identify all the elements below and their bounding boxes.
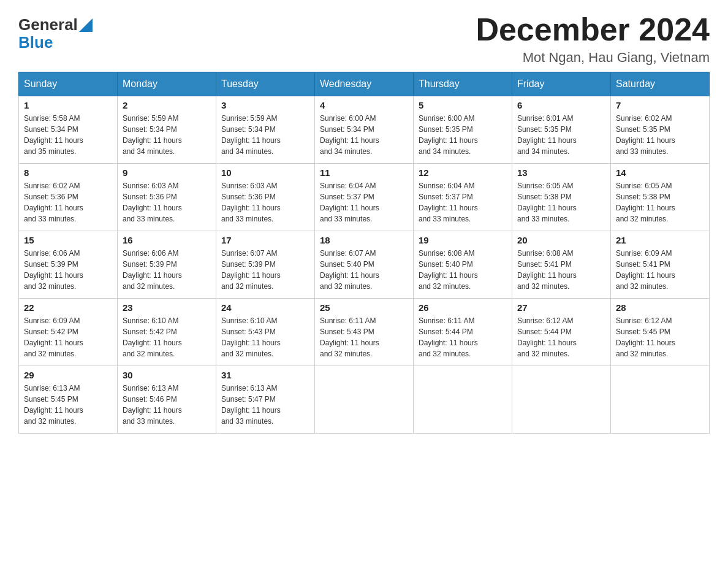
day-info: Sunrise: 6:04 AMSunset: 5:37 PMDaylight:… (320, 180, 408, 224)
calendar-cell: 21Sunrise: 6:09 AMSunset: 5:41 PMDayligh… (611, 231, 710, 299)
calendar-cell: 17Sunrise: 6:07 AMSunset: 5:39 PMDayligh… (216, 231, 315, 299)
day-info: Sunrise: 6:11 AMSunset: 5:43 PMDaylight:… (320, 315, 408, 359)
page-header: General Blue December 2024 Mot Ngan, Hau… (18, 12, 710, 66)
day-number: 8 (24, 167, 112, 178)
day-info: Sunrise: 5:58 AMSunset: 5:34 PMDaylight:… (24, 113, 112, 157)
calendar-week-row: 1Sunrise: 5:58 AMSunset: 5:34 PMDaylight… (19, 96, 710, 164)
day-info: Sunrise: 6:02 AMSunset: 5:35 PMDaylight:… (616, 113, 704, 157)
day-info: Sunrise: 6:09 AMSunset: 5:42 PMDaylight:… (24, 315, 112, 359)
calendar-cell: 19Sunrise: 6:08 AMSunset: 5:40 PMDayligh… (414, 231, 512, 299)
day-info: Sunrise: 6:12 AMSunset: 5:44 PMDaylight:… (517, 315, 605, 359)
calendar-cell: 4Sunrise: 6:00 AMSunset: 5:34 PMDaylight… (315, 96, 414, 164)
logo-general-text: General (18, 15, 78, 34)
col-header-saturday: Saturday (611, 72, 710, 96)
calendar-cell: 15Sunrise: 6:06 AMSunset: 5:39 PMDayligh… (19, 231, 118, 299)
day-info: Sunrise: 6:10 AMSunset: 5:42 PMDaylight:… (123, 315, 211, 359)
col-header-monday: Monday (118, 72, 216, 96)
calendar-cell: 31Sunrise: 6:13 AMSunset: 5:47 PMDayligh… (216, 366, 315, 434)
day-number: 2 (123, 100, 211, 110)
day-info: Sunrise: 6:06 AMSunset: 5:39 PMDaylight:… (24, 248, 112, 292)
day-number: 18 (320, 235, 408, 245)
day-info: Sunrise: 6:05 AMSunset: 5:38 PMDaylight:… (517, 180, 605, 224)
calendar-cell: 26Sunrise: 6:11 AMSunset: 5:44 PMDayligh… (414, 299, 512, 366)
calendar-cell: 2Sunrise: 5:59 AMSunset: 5:34 PMDaylight… (118, 96, 216, 164)
day-number: 23 (123, 302, 211, 313)
day-number: 10 (221, 167, 309, 178)
day-number: 26 (419, 302, 507, 313)
day-number: 20 (517, 235, 605, 245)
calendar-cell: 3Sunrise: 5:59 AMSunset: 5:34 PMDaylight… (216, 96, 315, 164)
calendar-cell: 6Sunrise: 6:01 AMSunset: 5:35 PMDaylight… (512, 96, 611, 164)
day-number: 3 (221, 100, 309, 110)
calendar-table: SundayMondayTuesdayWednesdayThursdayFrid… (18, 72, 710, 434)
calendar-cell: 20Sunrise: 6:08 AMSunset: 5:41 PMDayligh… (512, 231, 611, 299)
calendar-cell: 27Sunrise: 6:12 AMSunset: 5:44 PMDayligh… (512, 299, 611, 366)
location-subtitle: Mot Ngan, Hau Giang, Vietnam (476, 50, 710, 66)
day-number: 28 (616, 302, 704, 313)
day-info: Sunrise: 6:05 AMSunset: 5:38 PMDaylight:… (616, 180, 704, 224)
calendar-week-row: 8Sunrise: 6:02 AMSunset: 5:36 PMDaylight… (19, 164, 710, 231)
day-number: 22 (24, 302, 112, 313)
col-header-friday: Friday (512, 72, 611, 96)
svg-marker-0 (79, 18, 93, 32)
day-number: 15 (24, 235, 112, 245)
day-info: Sunrise: 6:03 AMSunset: 5:36 PMDaylight:… (221, 180, 309, 224)
day-info: Sunrise: 6:09 AMSunset: 5:41 PMDaylight:… (616, 248, 704, 292)
calendar-cell: 29Sunrise: 6:13 AMSunset: 5:45 PMDayligh… (19, 366, 118, 434)
calendar-cell (611, 366, 710, 434)
day-number: 11 (320, 167, 408, 178)
day-info: Sunrise: 6:02 AMSunset: 5:36 PMDaylight:… (24, 180, 112, 224)
day-number: 25 (320, 302, 408, 313)
calendar-cell: 11Sunrise: 6:04 AMSunset: 5:37 PMDayligh… (315, 164, 414, 231)
day-number: 14 (616, 167, 704, 178)
calendar-cell: 18Sunrise: 6:07 AMSunset: 5:40 PMDayligh… (315, 231, 414, 299)
day-info: Sunrise: 5:59 AMSunset: 5:34 PMDaylight:… (221, 113, 309, 157)
calendar-week-row: 15Sunrise: 6:06 AMSunset: 5:39 PMDayligh… (19, 231, 710, 299)
calendar-cell: 28Sunrise: 6:12 AMSunset: 5:45 PMDayligh… (611, 299, 710, 366)
day-info: Sunrise: 6:13 AMSunset: 5:46 PMDaylight:… (123, 383, 211, 427)
logo-blue-text: Blue (18, 33, 53, 52)
day-number: 5 (419, 100, 507, 110)
calendar-cell: 23Sunrise: 6:10 AMSunset: 5:42 PMDayligh… (118, 299, 216, 366)
title-block: December 2024 Mot Ngan, Hau Giang, Vietn… (476, 12, 710, 66)
day-number: 17 (221, 235, 309, 245)
calendar-cell: 14Sunrise: 6:05 AMSunset: 5:38 PMDayligh… (611, 164, 710, 231)
day-number: 4 (320, 100, 408, 110)
calendar-cell: 10Sunrise: 6:03 AMSunset: 5:36 PMDayligh… (216, 164, 315, 231)
day-info: Sunrise: 6:03 AMSunset: 5:36 PMDaylight:… (123, 180, 211, 224)
calendar-cell: 8Sunrise: 6:02 AMSunset: 5:36 PMDaylight… (19, 164, 118, 231)
day-number: 16 (123, 235, 211, 245)
calendar-cell: 5Sunrise: 6:00 AMSunset: 5:35 PMDaylight… (414, 96, 512, 164)
day-info: Sunrise: 6:08 AMSunset: 5:41 PMDaylight:… (517, 248, 605, 292)
calendar-cell: 9Sunrise: 6:03 AMSunset: 5:36 PMDaylight… (118, 164, 216, 231)
calendar-cell (315, 366, 414, 434)
calendar-cell: 12Sunrise: 6:04 AMSunset: 5:37 PMDayligh… (414, 164, 512, 231)
day-number: 31 (221, 370, 309, 380)
day-info: Sunrise: 6:11 AMSunset: 5:44 PMDaylight:… (419, 315, 507, 359)
logo-triangle-icon (79, 18, 93, 32)
day-info: Sunrise: 6:10 AMSunset: 5:43 PMDaylight:… (221, 315, 309, 359)
day-number: 7 (616, 100, 704, 110)
day-info: Sunrise: 6:06 AMSunset: 5:39 PMDaylight:… (123, 248, 211, 292)
col-header-sunday: Sunday (19, 72, 118, 96)
day-number: 30 (123, 370, 211, 380)
day-number: 19 (419, 235, 507, 245)
calendar-cell: 7Sunrise: 6:02 AMSunset: 5:35 PMDaylight… (611, 96, 710, 164)
day-info: Sunrise: 6:00 AMSunset: 5:35 PMDaylight:… (419, 113, 507, 157)
calendar-cell: 16Sunrise: 6:06 AMSunset: 5:39 PMDayligh… (118, 231, 216, 299)
day-number: 13 (517, 167, 605, 178)
calendar-week-row: 22Sunrise: 6:09 AMSunset: 5:42 PMDayligh… (19, 299, 710, 366)
day-number: 1 (24, 100, 112, 110)
day-info: Sunrise: 6:12 AMSunset: 5:45 PMDaylight:… (616, 315, 704, 359)
day-info: Sunrise: 6:01 AMSunset: 5:35 PMDaylight:… (517, 113, 605, 157)
calendar-cell: 24Sunrise: 6:10 AMSunset: 5:43 PMDayligh… (216, 299, 315, 366)
day-info: Sunrise: 5:59 AMSunset: 5:34 PMDaylight:… (123, 113, 211, 157)
day-info: Sunrise: 6:13 AMSunset: 5:45 PMDaylight:… (24, 383, 112, 427)
day-number: 21 (616, 235, 704, 245)
day-number: 6 (517, 100, 605, 110)
col-header-wednesday: Wednesday (315, 72, 414, 96)
calendar-cell (414, 366, 512, 434)
day-info: Sunrise: 6:07 AMSunset: 5:39 PMDaylight:… (221, 248, 309, 292)
calendar-cell: 25Sunrise: 6:11 AMSunset: 5:43 PMDayligh… (315, 299, 414, 366)
calendar-cell: 30Sunrise: 6:13 AMSunset: 5:46 PMDayligh… (118, 366, 216, 434)
